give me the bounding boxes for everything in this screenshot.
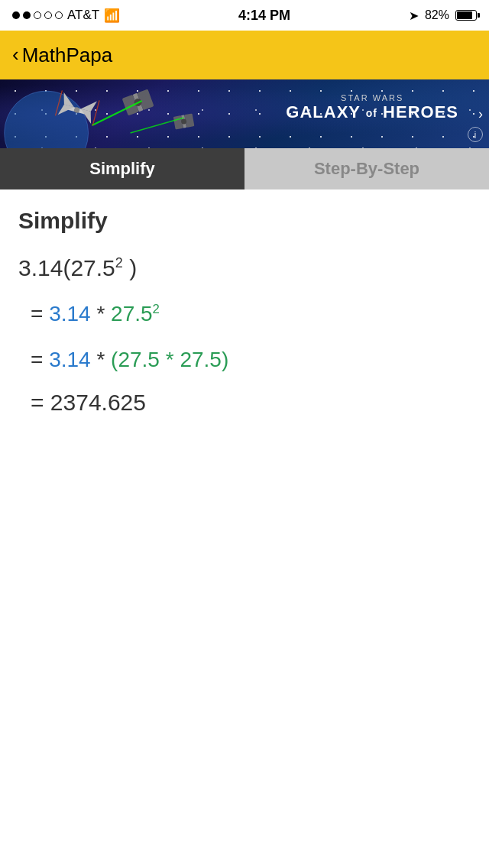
status-left: AT&T 📶 bbox=[12, 8, 120, 24]
signal-dot-4 bbox=[44, 11, 52, 19]
result-value: 2374.625 bbox=[50, 390, 146, 415]
ad-title-top: STAR WARS bbox=[286, 93, 458, 102]
step1-equals: = bbox=[31, 302, 49, 326]
ad-ships-decoration bbox=[0, 79, 283, 148]
ad-arrow-icon[interactable]: › bbox=[478, 106, 483, 122]
content-title: Simplify bbox=[18, 208, 471, 234]
battery-fill bbox=[457, 11, 472, 19]
step1-blue: 3.14 bbox=[49, 302, 91, 326]
ad-info-button[interactable]: i bbox=[468, 127, 483, 142]
status-bar: AT&T 📶 4:14 PM ➤ 82% bbox=[0, 0, 489, 31]
tab-simplify[interactable]: Simplify bbox=[0, 148, 244, 189]
result-equals: = bbox=[31, 390, 50, 415]
carrier-label: AT&T bbox=[67, 8, 99, 23]
tab-step-by-step[interactable]: Step-By-Step bbox=[244, 148, 489, 189]
step2-operator: * bbox=[91, 348, 111, 371]
ad-title-block: STAR WARS GALAXY of HEROES bbox=[286, 93, 458, 122]
signal-dots bbox=[12, 11, 63, 19]
step2-blue: 3.14 bbox=[49, 348, 91, 371]
signal-dot-5 bbox=[55, 11, 63, 19]
battery-icon bbox=[455, 10, 477, 21]
nav-title: MathPapa bbox=[22, 44, 113, 67]
step2-equals: = bbox=[31, 348, 49, 371]
tab-bar: Simplify Step-By-Step bbox=[0, 148, 489, 189]
math-result: = 2374.625 bbox=[18, 390, 471, 416]
status-right: ➤ 82% bbox=[409, 8, 477, 23]
back-button[interactable]: ‹ MathPapa bbox=[12, 44, 112, 67]
signal-dot-2 bbox=[23, 11, 31, 19]
wifi-icon: 📶 bbox=[104, 8, 120, 24]
svg-point-0 bbox=[5, 91, 89, 148]
step2-green: (27.5 * 27.5) bbox=[111, 348, 228, 371]
battery-container bbox=[455, 10, 477, 21]
ad-title-of: of bbox=[366, 107, 377, 119]
step1-operator: * bbox=[91, 302, 111, 326]
ad-title-main: GALAXY of HEROES bbox=[286, 102, 458, 122]
status-time: 4:14 PM bbox=[238, 8, 290, 24]
battery-percent: 82% bbox=[425, 8, 449, 22]
math-step-1: = 3.14 * 27.52 bbox=[18, 298, 471, 330]
content-area: Simplify 3.14(27.52 ) = 3.14 * 27.52 = 3… bbox=[0, 189, 489, 448]
nav-bar: ‹ MathPapa bbox=[0, 31, 489, 79]
step1-green: 27.52 bbox=[111, 302, 160, 326]
signal-dot-3 bbox=[34, 11, 41, 19]
math-step-2: = 3.14 * (27.5 * 27.5) bbox=[18, 344, 471, 376]
input-expression: 3.14(27.52 ) bbox=[18, 252, 471, 284]
ad-banner[interactable]: STAR WARS GALAXY of HEROES › i bbox=[0, 79, 489, 148]
signal-dot-1 bbox=[12, 11, 20, 19]
location-icon: ➤ bbox=[409, 8, 419, 23]
back-chevron-icon: ‹ bbox=[12, 44, 19, 64]
